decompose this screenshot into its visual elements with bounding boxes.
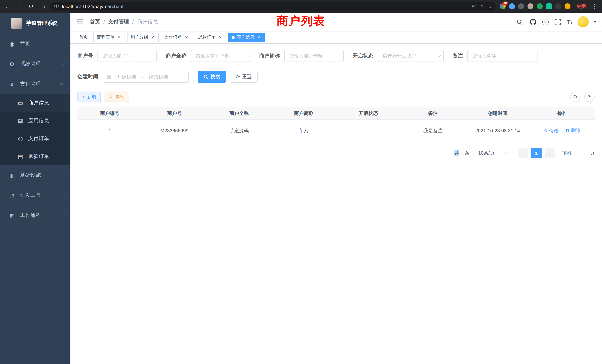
breadcrumb-item[interactable]: 支付管理 xyxy=(108,19,129,25)
sidebar-item-label: 退款订单 xyxy=(28,153,70,160)
browser-forward-button[interactable]: → xyxy=(15,1,24,11)
merchant-no-input[interactable] xyxy=(97,50,157,62)
tab-pay-order[interactable]: 支付订单 × xyxy=(161,32,192,42)
tab-label: 流程表单 xyxy=(97,34,115,40)
main-area: 首页 / 支付管理 / 商户信息 ? xyxy=(70,13,602,364)
remark-input[interactable] xyxy=(467,50,538,62)
tab-process-form[interactable]: 流程表单 × xyxy=(93,32,125,42)
breadcrumb-item[interactable]: 首页 xyxy=(90,19,100,25)
sidebar-item-app-info[interactable]: ▦ 应用信息 xyxy=(0,112,70,130)
sidebar-item-dev-tools[interactable]: ▧ 研发工具 xyxy=(0,185,70,205)
next-page-button[interactable]: › xyxy=(545,148,555,158)
tab-label: 退款订单 xyxy=(198,34,216,40)
export-button[interactable]: ↧ 导出 xyxy=(105,92,129,102)
user-avatar[interactable] xyxy=(578,16,589,27)
pencil-icon: ✎ xyxy=(544,128,548,134)
close-icon[interactable]: × xyxy=(116,35,122,40)
extension-icon[interactable] xyxy=(527,3,533,9)
tags-view: 首页 流程表单 × 用户分组 × 支付订单 × xyxy=(70,31,602,44)
browser-update-button[interactable]: 更新 xyxy=(574,3,588,10)
merchant-name-input[interactable] xyxy=(191,50,250,62)
password-key-icon[interactable] xyxy=(472,3,476,9)
refresh-button[interactable]: ⟳ xyxy=(584,92,595,102)
start-date-input[interactable] xyxy=(113,74,140,79)
browser-home-button[interactable]: ⌂ xyxy=(39,1,48,11)
site-info-icon[interactable]: ⓘ xyxy=(54,3,59,10)
search-toggle-button[interactable] xyxy=(570,92,580,102)
prev-page-button[interactable]: ‹ xyxy=(518,148,528,158)
reset-button[interactable]: ⟳ 重置 xyxy=(230,71,258,83)
column-header: 操作 xyxy=(530,110,595,117)
tab-home[interactable]: 首页 xyxy=(76,32,91,42)
extension-toolbar: 10 xyxy=(498,3,572,9)
tab-refund-order[interactable]: 退款订单 × xyxy=(195,32,226,42)
search-button[interactable]: 搜索 xyxy=(198,71,226,83)
sidebar-item-merchant-info[interactable]: ▭ 商户信息 xyxy=(0,94,70,112)
add-button-label: 新增 xyxy=(87,94,96,100)
edit-link[interactable]: ✎ 修改 xyxy=(544,128,559,134)
tab-label: 商户信息 xyxy=(236,34,254,40)
field-label: 商户简称 xyxy=(259,53,280,59)
filter-row: 创建时间 ▦ - 搜索 ⟳ 重置 xyxy=(77,71,595,83)
cell-remark: 我是备注 xyxy=(401,127,465,134)
page-size-select[interactable]: 10条/页 xyxy=(475,148,511,158)
sidebar-item-pay-order[interactable]: ◎ 支付订单 xyxy=(0,130,70,148)
share-icon[interactable]: ↥ xyxy=(480,3,484,9)
column-header: 开启状态 xyxy=(336,110,401,117)
search-icon[interactable] xyxy=(516,18,524,26)
sidebar-item-workflow[interactable]: ▨ 工作流程 xyxy=(0,205,70,225)
sidebar-item-system[interactable]: ⚙ 系统管理 xyxy=(0,54,70,74)
date-range-picker[interactable]: ▦ - xyxy=(103,71,189,83)
date-separator: - xyxy=(142,74,143,79)
add-button[interactable]: + 新增 xyxy=(77,92,101,102)
sidebar-item-label: 工作流程 xyxy=(20,212,61,219)
extension-icon[interactable] xyxy=(518,3,524,9)
field-label: 商户全称 xyxy=(166,53,186,59)
hamburger-icon[interactable] xyxy=(76,18,84,26)
close-icon[interactable]: × xyxy=(256,35,261,40)
goto-page: 前往 页 xyxy=(562,148,595,158)
browser-back-button[interactable]: ← xyxy=(3,1,13,11)
page-number-button[interactable]: 1 xyxy=(531,148,542,158)
end-date-input[interactable] xyxy=(145,74,172,79)
filter-merchant-short: 商户简称 xyxy=(259,50,344,62)
sidebar-item-home[interactable]: ◉ 首页 xyxy=(0,34,70,54)
status-select[interactable]: 请选择开启状态 xyxy=(378,50,444,62)
filter-status: 开启状态 请选择开启状态 xyxy=(353,50,444,62)
browser-reload-button[interactable]: ⟳ xyxy=(27,1,36,11)
extension-icon[interactable] xyxy=(537,3,543,9)
card-icon: ▭ xyxy=(16,100,24,106)
chevron-down-icon xyxy=(437,54,441,57)
merchant-short-input[interactable] xyxy=(284,50,344,62)
browser-menu-icon[interactable]: ⋮ xyxy=(591,3,599,10)
profile-avatar-icon[interactable] xyxy=(565,3,570,9)
cell-merchant-short: 芋艿 xyxy=(271,127,336,134)
fullscreen-icon[interactable] xyxy=(554,18,562,26)
bookmark-star-icon[interactable]: ☆ xyxy=(488,3,492,9)
close-icon[interactable]: × xyxy=(150,35,155,40)
tab-label: 首页 xyxy=(79,34,88,40)
field-label: 商户号 xyxy=(77,53,93,59)
address-bar[interactable]: ⓘ localhost:1024/pay/merchant ↥ ☆ xyxy=(50,2,496,11)
close-icon[interactable]: × xyxy=(184,35,189,40)
tab-user-group[interactable]: 用户分组 × xyxy=(127,32,159,42)
extension-badge: 10 xyxy=(502,1,508,5)
sidebar-item-infrastructure[interactable]: ▥ 基础设施 xyxy=(0,165,70,185)
extension-icon[interactable] xyxy=(546,3,552,9)
extension-icon[interactable]: 10 xyxy=(500,3,506,9)
sidebar-item-refund-order[interactable]: ▤ 退款订单 xyxy=(0,148,70,165)
font-size-icon[interactable]: TT xyxy=(567,19,572,25)
extensions-puzzle-icon[interactable] xyxy=(555,3,561,9)
goto-page-input[interactable] xyxy=(575,148,587,158)
tab-label: 用户分组 xyxy=(130,34,148,40)
tab-merchant-info[interactable]: 商户信息 × xyxy=(228,32,265,42)
close-icon[interactable]: × xyxy=(218,35,223,40)
help-icon[interactable]: ? xyxy=(542,19,549,25)
delete-link[interactable]: 删除 xyxy=(565,127,580,134)
sidebar-item-label: 商户信息 xyxy=(28,100,70,106)
github-icon[interactable] xyxy=(529,18,537,26)
delete-label: 删除 xyxy=(571,127,580,134)
extension-icon[interactable] xyxy=(509,3,515,9)
caret-down-icon[interactable]: ▾ xyxy=(594,20,596,24)
sidebar-item-payment[interactable]: ¥ 支付管理 xyxy=(0,74,70,94)
